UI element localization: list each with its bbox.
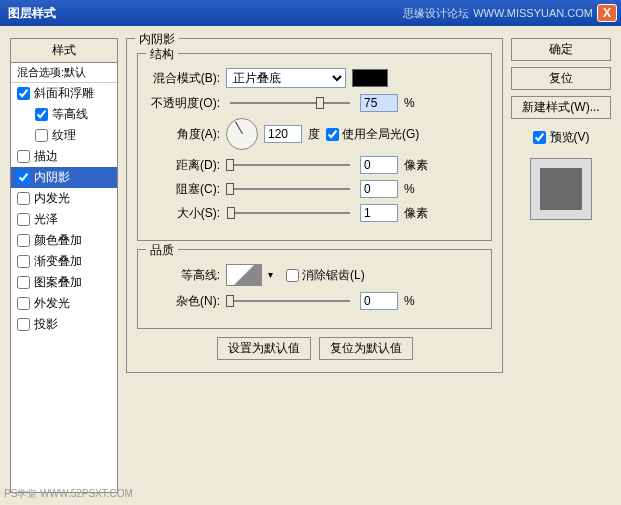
contour-picker[interactable]: ▾	[226, 264, 262, 286]
style-item-5[interactable]: 内发光	[11, 188, 117, 209]
row-blend-mode: 混合模式(B): 正片叠底	[148, 68, 481, 88]
styles-list: 斜面和浮雕等高线纹理描边内阴影内发光光泽颜色叠加渐变叠加图案叠加外发光投影	[11, 83, 117, 335]
style-item-11[interactable]: 投影	[11, 314, 117, 335]
check-antialias[interactable]: 消除锯齿(L)	[286, 267, 365, 284]
checkbox-global-light[interactable]	[326, 128, 339, 141]
row-contour: 等高线: ▾ 消除锯齿(L)	[148, 264, 481, 286]
window-title: 图层样式	[4, 5, 403, 22]
style-label: 渐变叠加	[34, 253, 82, 270]
style-checkbox-8[interactable]	[17, 255, 30, 268]
label-noise: 杂色(N):	[148, 293, 220, 310]
label-opacity: 不透明度(O):	[148, 95, 220, 112]
fieldset-quality: 品质 等高线: ▾ 消除锯齿(L) 杂色(N): %	[137, 249, 492, 329]
slider-opacity[interactable]	[230, 102, 350, 104]
btn-new-style[interactable]: 新建样式(W)...	[511, 96, 611, 119]
row-size: 大小(S): 像素	[148, 204, 481, 222]
titlebar-logo-text: 思缘设计论坛	[403, 6, 469, 21]
unit-angle: 度	[308, 126, 320, 143]
style-item-6[interactable]: 光泽	[11, 209, 117, 230]
row-opacity: 不透明度(O): %	[148, 94, 481, 112]
unit-choke: %	[404, 182, 432, 196]
legend-structure: 结构	[146, 46, 178, 63]
style-checkbox-11[interactable]	[17, 318, 30, 331]
section-inner-shadow: 内阴影 结构 混合模式(B): 正片叠底 不透明度(O): %	[126, 38, 503, 373]
btn-reset-default[interactable]: 复位为默认值	[319, 337, 413, 360]
legend-quality: 品质	[146, 242, 178, 259]
style-item-4[interactable]: 内阴影	[11, 167, 117, 188]
style-label: 内发光	[34, 190, 70, 207]
input-size[interactable]	[360, 204, 398, 222]
btn-set-default[interactable]: 设置为默认值	[217, 337, 311, 360]
label-distance: 距离(D):	[148, 157, 220, 174]
style-label: 外发光	[34, 295, 70, 312]
default-buttons-row: 设置为默认值 复位为默认值	[137, 337, 492, 360]
style-checkbox-10[interactable]	[17, 297, 30, 310]
label-size: 大小(S):	[148, 205, 220, 222]
input-noise[interactable]	[360, 292, 398, 310]
style-checkbox-9[interactable]	[17, 276, 30, 289]
blend-options-default[interactable]: 混合选项:默认	[11, 63, 117, 83]
style-item-8[interactable]: 渐变叠加	[11, 251, 117, 272]
slider-noise[interactable]	[230, 300, 350, 302]
input-choke[interactable]	[360, 180, 398, 198]
unit-opacity: %	[404, 96, 432, 110]
checkbox-preview[interactable]	[533, 131, 546, 144]
unit-size: 像素	[404, 205, 432, 222]
slider-distance[interactable]	[230, 164, 350, 166]
titlebar-url: WWW.MISSYUAN.COM	[473, 7, 593, 19]
row-angle: 角度(A): 度 使用全局光(G)	[148, 118, 481, 150]
titlebar-right: 思缘设计论坛 WWW.MISSYUAN.COM X	[403, 4, 617, 22]
label-blend-mode: 混合模式(B):	[148, 70, 220, 87]
style-item-10[interactable]: 外发光	[11, 293, 117, 314]
style-label: 投影	[34, 316, 58, 333]
select-blend-mode[interactable]: 正片叠底	[226, 68, 346, 88]
unit-noise: %	[404, 294, 432, 308]
style-checkbox-7[interactable]	[17, 234, 30, 247]
style-item-7[interactable]: 颜色叠加	[11, 230, 117, 251]
dialog-content: 样式 混合选项:默认 斜面和浮雕等高线纹理描边内阴影内发光光泽颜色叠加渐变叠加图…	[0, 26, 621, 505]
style-checkbox-4[interactable]	[17, 171, 30, 184]
style-label: 纹理	[52, 127, 76, 144]
slider-choke[interactable]	[230, 188, 350, 190]
style-label: 描边	[34, 148, 58, 165]
close-icon: X	[603, 6, 611, 20]
close-button[interactable]: X	[597, 4, 617, 22]
angle-dial[interactable]	[226, 118, 258, 150]
style-checkbox-0[interactable]	[17, 87, 30, 100]
color-swatch[interactable]	[352, 69, 388, 87]
style-label: 斜面和浮雕	[34, 85, 94, 102]
style-checkbox-5[interactable]	[17, 192, 30, 205]
preview-inner	[540, 168, 582, 210]
check-global-light[interactable]: 使用全局光(G)	[326, 126, 419, 143]
input-angle[interactable]	[264, 125, 302, 143]
input-opacity[interactable]	[360, 94, 398, 112]
btn-cancel[interactable]: 复位	[511, 67, 611, 90]
btn-ok[interactable]: 确定	[511, 38, 611, 61]
style-item-1[interactable]: 等高线	[11, 104, 117, 125]
unit-distance: 像素	[404, 157, 432, 174]
style-item-3[interactable]: 描边	[11, 146, 117, 167]
style-checkbox-3[interactable]	[17, 150, 30, 163]
style-item-0[interactable]: 斜面和浮雕	[11, 83, 117, 104]
slider-size[interactable]	[230, 212, 350, 214]
input-distance[interactable]	[360, 156, 398, 174]
style-checkbox-2[interactable]	[35, 129, 48, 142]
checkbox-antialias[interactable]	[286, 269, 299, 282]
style-label: 光泽	[34, 211, 58, 228]
style-label: 内阴影	[34, 169, 70, 186]
fieldset-structure: 结构 混合模式(B): 正片叠底 不透明度(O): %	[137, 53, 492, 241]
label-contour: 等高线:	[148, 267, 220, 284]
preview-box	[530, 158, 592, 220]
check-preview[interactable]: 预览(V)	[511, 129, 611, 146]
row-distance: 距离(D): 像素	[148, 156, 481, 174]
style-checkbox-1[interactable]	[35, 108, 48, 121]
style-label: 图案叠加	[34, 274, 82, 291]
style-label: 颜色叠加	[34, 232, 82, 249]
style-item-2[interactable]: 纹理	[11, 125, 117, 146]
style-item-9[interactable]: 图案叠加	[11, 272, 117, 293]
style-label: 等高线	[52, 106, 88, 123]
row-noise: 杂色(N): %	[148, 292, 481, 310]
main-panel: 内阴影 结构 混合模式(B): 正片叠底 不透明度(O): %	[126, 38, 503, 493]
label-choke: 阻塞(C):	[148, 181, 220, 198]
style-checkbox-6[interactable]	[17, 213, 30, 226]
